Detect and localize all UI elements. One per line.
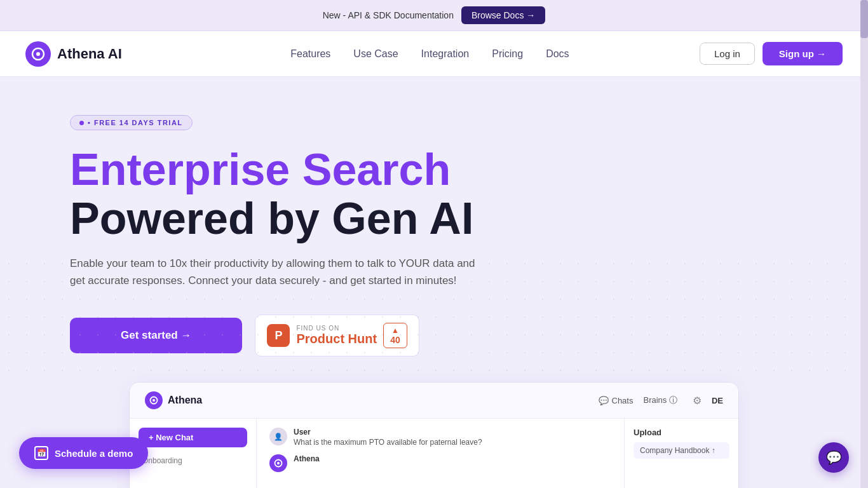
preview-section: Athena 💬 Chats Brains ⓘ ⚙ DE + New Chat … [0,382,868,488]
chat-sidebar: + New Chat Onboarding [130,419,257,488]
trial-badge: • FREE 14 DAYS TRIAL [70,115,193,130]
product-hunt-text: FIND US ON Product Hunt [296,325,377,346]
preview-logo: Athena [145,391,202,409]
headline-dark: Powered by Gen AI [70,194,473,243]
nav-pricing[interactable]: Pricing [492,48,523,60]
chat-athena-content: Athena [294,454,320,463]
chat-user-message: 👤 User What is the maximum PTO available… [269,428,611,447]
upload-panel: Upload Company Handbook ↑ [624,419,738,488]
upload-title: Upload [634,428,729,437]
chat-user-content: User What is the maximum PTO available f… [294,428,482,447]
chat-athena-name: Athena [294,454,320,463]
upload-item[interactable]: Company Handbook ↑ [634,442,729,459]
chat-fab-button[interactable]: 💬 [818,442,849,473]
signup-button[interactable]: Sign up → [763,42,843,65]
preview-window: Athena 💬 Chats Brains ⓘ ⚙ DE + New Chat … [129,382,739,488]
nav-actions: Log in Sign up → [700,42,843,65]
nav-features[interactable]: Features [290,48,330,60]
preview-logo-text: Athena [168,395,202,406]
chat-user-name: User [294,428,482,437]
login-button[interactable]: Log in [700,43,755,65]
scrollbar[interactable] [860,0,868,488]
banner-text: New - API & SDK Documentation [323,10,454,20]
svg-point-1 [36,52,40,56]
logo-icon [25,41,51,67]
scrollbar-thumb[interactable] [860,0,868,38]
hero-headline: Enterprise Search Powered by Gen AI [70,146,798,243]
svg-point-3 [153,399,155,402]
product-hunt-votes: ▲ 40 [383,323,407,348]
product-hunt-badge[interactable]: P FIND US ON Product Hunt ▲ 40 [255,315,419,356]
product-hunt-find-label: FIND US ON [296,325,377,332]
preview-logo-icon [145,391,163,409]
athena-avatar [269,454,287,472]
settings-icon[interactable]: ⚙ [693,395,702,407]
user-avatar: 👤 [269,428,287,445]
new-chat-button[interactable]: + New Chat [139,428,247,447]
preview-body: + New Chat Onboarding 👤 User What is the… [130,419,738,488]
browse-docs-button[interactable]: Browse Docs → [461,6,545,24]
nav-docs[interactable]: Docs [546,48,569,60]
chat-athena-message: Athena [269,454,611,472]
chat-panel: 👤 User What is the maximum PTO available… [257,419,624,488]
logo-text: Athena AI [57,46,122,62]
schedule-demo-button[interactable]: 📅 Schedule a demo [19,437,148,469]
language-selector[interactable]: DE [712,396,723,405]
navbar: Athena AI Features Use Case Integration … [0,31,868,77]
preview-tab-brains[interactable]: Brains ⓘ [643,395,677,406]
preview-tab-chats[interactable]: 💬 Chats [599,396,634,405]
calendar-icon: 📅 [34,446,48,460]
nav-integration[interactable]: Integration [421,48,470,60]
preview-tabs: 💬 Chats Brains ⓘ [599,395,677,406]
product-hunt-name: Product Hunt [296,332,377,346]
logo[interactable]: Athena AI [25,41,122,67]
schedule-demo-label: Schedule a demo [55,448,133,459]
hero-subtitle: Enable your team to 10x their productivi… [70,255,477,289]
nav-use-case[interactable]: Use Case [353,48,398,60]
chat-question: What is the maximum PTO available for pa… [294,438,482,447]
nav-links: Features Use Case Integration Pricing Do… [160,48,700,60]
sidebar-onboarding[interactable]: Onboarding [139,454,247,468]
get-started-button[interactable]: Get started → [70,318,242,353]
chat-fab-icon: 💬 [826,450,842,465]
hero-section: • FREE 14 DAYS TRIAL Enterprise Search P… [0,77,868,382]
trial-dot [79,121,84,125]
svg-point-5 [277,462,280,464]
product-hunt-icon: P [267,324,290,347]
hero-actions: Get started → P FIND US ON Product Hunt … [70,315,798,356]
top-banner: New - API & SDK Documentation Browse Doc… [0,0,868,31]
headline-purple: Enterprise Search [70,145,451,194]
preview-header: Athena 💬 Chats Brains ⓘ ⚙ DE [130,383,738,419]
